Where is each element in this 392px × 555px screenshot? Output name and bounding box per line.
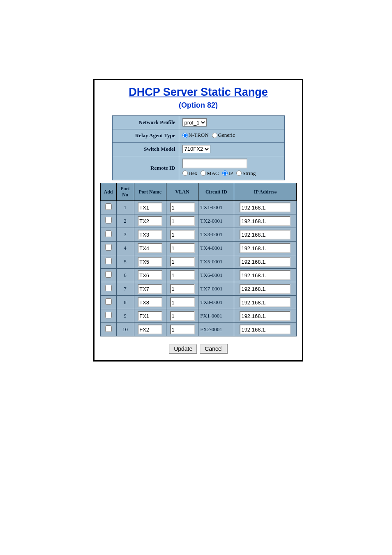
port-name-input[interactable]	[138, 297, 162, 307]
port-name-input[interactable]	[138, 311, 162, 321]
col-port-no: Port No	[116, 183, 134, 201]
port-no-cell: 2	[116, 214, 134, 228]
vlan-input[interactable]	[170, 284, 195, 294]
remote-hex-radio[interactable]	[182, 170, 188, 176]
ip-address-input[interactable]	[240, 325, 291, 334]
add-checkbox[interactable]	[105, 325, 112, 332]
add-checkbox[interactable]	[105, 298, 112, 305]
table-row: 10FX2-0001	[100, 323, 296, 336]
update-button[interactable]: Update	[169, 344, 197, 354]
page-title: DHCP Server Static Range	[95, 86, 302, 99]
relay-generic-option[interactable]: Generic	[212, 132, 235, 138]
remote-mac-radio[interactable]	[201, 170, 206, 176]
relay-ntron-option[interactable]: N-TRON	[182, 132, 209, 138]
vlan-input[interactable]	[170, 311, 195, 321]
relay-generic-radio[interactable]	[212, 133, 217, 138]
port-name-input[interactable]	[138, 284, 162, 294]
remote-mac-option[interactable]: MAC	[201, 170, 219, 177]
remote-id-input[interactable]	[182, 159, 247, 168]
switch-model-label: Switch Model	[112, 142, 179, 156]
ip-address-input[interactable]	[240, 243, 291, 253]
vlan-input[interactable]	[170, 243, 195, 253]
remote-string-radio[interactable]	[236, 170, 242, 176]
port-name-input[interactable]	[138, 230, 162, 240]
vlan-input[interactable]	[170, 216, 195, 226]
table-row: 8TX8-0001	[100, 296, 296, 309]
network-profile-select[interactable]: prof_1	[182, 118, 207, 127]
port-name-input[interactable]	[138, 203, 162, 212]
table-row: 4TX4-0001	[100, 242, 296, 255]
port-name-input[interactable]	[138, 243, 162, 253]
add-checkbox[interactable]	[105, 312, 112, 318]
col-port-name: Port Name	[134, 183, 166, 201]
port-name-input[interactable]	[138, 325, 162, 334]
table-row: 9FX1-0001	[100, 309, 296, 323]
remote-ip-radio[interactable]	[222, 170, 228, 176]
ip-address-input[interactable]	[240, 297, 291, 307]
circuit-id-cell: TX1-0001	[198, 201, 234, 214]
circuit-id-cell: TX4-0001	[198, 242, 234, 255]
port-no-cell: 3	[116, 228, 134, 242]
table-row: 2TX2-0001	[100, 214, 296, 228]
port-no-cell: 8	[116, 296, 134, 309]
table-row: 7TX7-0001	[100, 282, 296, 296]
add-checkbox[interactable]	[105, 230, 112, 237]
settings-table: Network Profile prof_1 Relay Agent Type …	[112, 115, 285, 180]
circuit-id-cell: TX8-0001	[198, 296, 234, 309]
vlan-input[interactable]	[170, 230, 195, 240]
add-checkbox[interactable]	[105, 285, 112, 291]
port-name-input[interactable]	[138, 270, 162, 280]
col-add: Add	[100, 183, 116, 201]
port-no-cell: 5	[116, 255, 134, 269]
col-vlan: VLAN	[166, 183, 198, 201]
port-name-input[interactable]	[138, 216, 162, 226]
ip-address-input[interactable]	[240, 216, 291, 226]
remote-string-option[interactable]: String	[236, 170, 256, 177]
ip-address-input[interactable]	[240, 311, 291, 321]
relay-ntron-radio[interactable]	[182, 133, 188, 138]
add-checkbox[interactable]	[105, 244, 112, 251]
remote-hex-option[interactable]: Hex	[182, 170, 198, 177]
ip-address-input[interactable]	[240, 284, 291, 294]
add-checkbox[interactable]	[105, 258, 112, 264]
vlan-input[interactable]	[170, 325, 195, 334]
col-ip-address: IP Address	[234, 183, 296, 201]
add-checkbox[interactable]	[105, 217, 112, 223]
port-no-cell: 10	[116, 323, 134, 336]
port-no-cell: 1	[116, 201, 134, 214]
remote-id-label: Remote ID	[112, 156, 179, 180]
page-subtitle: (Option 82)	[95, 101, 302, 110]
ip-address-input[interactable]	[240, 257, 291, 267]
ip-address-input[interactable]	[240, 270, 291, 280]
table-row: 1TX1-0001	[100, 201, 296, 214]
remote-ip-option[interactable]: IP	[222, 170, 233, 177]
relay-generic-label: Generic	[218, 132, 235, 138]
add-checkbox[interactable]	[105, 203, 112, 210]
cancel-button[interactable]: Cancel	[200, 344, 228, 354]
col-circuit-id: Circuit ID	[198, 183, 234, 201]
table-row: 5TX5-0001	[100, 255, 296, 269]
relay-ntron-label: N-TRON	[189, 132, 209, 138]
circuit-id-cell: FX2-0001	[198, 323, 234, 336]
dhcp-static-range-panel: DHCP Server Static Range (Option 82) Net…	[93, 79, 303, 362]
remote-hex-label: Hex	[189, 170, 198, 177]
switch-model-select[interactable]: 710FX2	[182, 145, 210, 153]
circuit-id-cell: FX1-0001	[198, 309, 234, 323]
vlan-input[interactable]	[170, 203, 195, 212]
remote-mac-label: MAC	[207, 170, 219, 177]
vlan-input[interactable]	[170, 257, 195, 267]
ip-address-input[interactable]	[240, 203, 291, 212]
port-no-cell: 6	[116, 269, 134, 282]
circuit-id-cell: TX5-0001	[198, 255, 234, 269]
add-checkbox[interactable]	[105, 271, 112, 278]
port-no-cell: 7	[116, 282, 134, 296]
vlan-input[interactable]	[170, 297, 195, 307]
remote-ip-label: IP	[228, 170, 233, 177]
circuit-id-cell: TX6-0001	[198, 269, 234, 282]
ip-address-input[interactable]	[240, 230, 291, 240]
port-name-input[interactable]	[138, 257, 162, 267]
port-table: Add Port No Port Name VLAN Circuit ID IP…	[100, 183, 297, 336]
vlan-input[interactable]	[170, 270, 195, 280]
circuit-id-cell: TX3-0001	[198, 228, 234, 242]
button-row: Update Cancel	[95, 344, 302, 354]
